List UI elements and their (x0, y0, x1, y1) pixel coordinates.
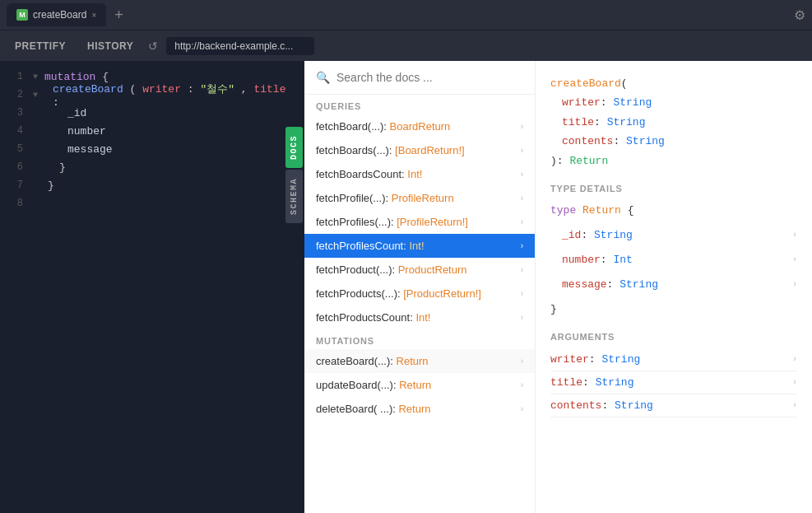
doc-item-label: fetchProfiles(...): [ProfileReturn!] (316, 216, 468, 228)
fold-arrow[interactable]: ▼ (33, 91, 41, 100)
doc-item-label: updateBoard(...): Return (316, 379, 431, 391)
doc-item-fetchboardscount[interactable]: fetchBoardsCount: Int! › (304, 162, 535, 186)
chevron-right-icon: › (521, 404, 523, 413)
doc-item-label: fetchBoard(...): BoardReturn (316, 120, 450, 133)
line-number: 4 (7, 125, 23, 137)
line-number: 1 (7, 71, 23, 82)
line-number: 6 (7, 161, 23, 173)
type-block: type Return { _id: String › number: Int … (550, 200, 797, 320)
chevron-right-icon: › (521, 217, 523, 226)
mutations-section-label: MUTATIONS (304, 329, 535, 349)
chevron-right-icon: › (521, 265, 523, 274)
doc-item-label: fetchProduct(...): ProductReturn (316, 263, 467, 276)
fold-arrow[interactable]: ▼ (33, 72, 41, 82)
fn-name-detail: createBoard (550, 77, 621, 90)
main-content: 1 ▼ mutation { 2 ▼ createBoard ( writer … (0, 61, 812, 513)
arg-row-contents[interactable]: contents: String › (550, 394, 797, 417)
docs-tab[interactable]: DOCS (285, 127, 303, 168)
doc-item-label: fetchProductsCount: Int! (316, 311, 430, 324)
chevron-right-icon: › (792, 401, 797, 410)
doc-item-fetchprofiles[interactable]: fetchProfiles(...): [ProfileReturn!] › (304, 210, 535, 234)
doc-item-label: fetchBoards(...): [BoardReturn!] (316, 144, 465, 156)
chevron-right-icon: › (521, 357, 523, 366)
details-panel: createBoard( writer: String title: Strin… (535, 61, 812, 513)
arg-row-writer[interactable]: writer: String › (550, 348, 797, 371)
queries-section-label: QUERIES (304, 95, 535, 114)
code-line-7: 7 } (0, 176, 304, 194)
doc-item-fetchproductscount[interactable]: fetchProductsCount: Int! › (304, 305, 535, 329)
doc-item-updateboard[interactable]: updateBoard(...): Return › (304, 373, 535, 397)
browser-chrome: M createBoard × + ⚙ (0, 0, 812, 30)
search-input[interactable] (336, 71, 523, 84)
chevron-right-icon: › (521, 241, 523, 250)
field-message: message (44, 143, 113, 156)
arg-row-title[interactable]: title: String › (550, 371, 797, 394)
doc-item-label: fetchBoardsCount: Int! (316, 168, 422, 180)
line-number: 7 (7, 180, 23, 191)
doc-item-fetchboard[interactable]: fetchBoard(...): BoardReturn › (304, 114, 535, 138)
prettify-button[interactable]: PRETTIFY (8, 37, 72, 55)
history-button[interactable]: HISTORY (81, 37, 140, 55)
chevron-right-icon: › (792, 378, 797, 387)
arg-field: writer (550, 353, 589, 366)
chevron-right-icon: › (792, 252, 797, 268)
chevron-right-icon: › (521, 313, 523, 322)
chevron-right-icon: › (792, 355, 797, 364)
chevron-right-icon: › (792, 227, 797, 244)
browser-tab[interactable]: M createBoard × (7, 3, 106, 26)
code-line-8: 8 (0, 194, 304, 212)
doc-item-createboard[interactable]: createBoard(...): Return › (304, 349, 535, 373)
tab-title: createBoard (33, 9, 86, 21)
doc-item-label: fetchProfile(...): ProfileReturn (316, 192, 454, 204)
arguments-label: ARGUMENTS (550, 332, 797, 342)
code-line-3: 3 _id (0, 104, 304, 122)
doc-item-fetchproducts[interactable]: fetchProducts(...): [ProductReturn!] › (304, 282, 535, 305)
code-line-2: 2 ▼ createBoard ( writer : "철수" , title … (0, 86, 304, 104)
schema-tab[interactable]: SCHEMA (285, 170, 303, 223)
code-line-5: 5 message (0, 140, 304, 158)
code-line-6: 6 } (0, 158, 304, 176)
doc-item-deleteboard[interactable]: deleteBoard( ...): Return › (304, 397, 535, 421)
chevron-right-icon: › (521, 146, 523, 155)
arg-type: String (615, 399, 653, 412)
tab-favicon: M (16, 9, 28, 21)
field-id: _id (44, 107, 86, 119)
chevron-right-icon: › (521, 122, 523, 131)
chevron-right-icon: › (521, 380, 523, 389)
chevron-right-icon: › (521, 194, 523, 203)
code-line-4: 4 number (0, 122, 304, 140)
editor-panel: 1 ▼ mutation { 2 ▼ createBoard ( writer … (0, 61, 304, 513)
doc-list: QUERIES fetchBoard(...): BoardReturn › f… (304, 95, 535, 513)
doc-item-label: fetchProducts(...): [ProductReturn!] (316, 287, 481, 300)
chevron-right-icon: › (521, 289, 523, 298)
side-tabs: DOCS SCHEMA (283, 61, 304, 513)
line-number: 8 (7, 198, 23, 209)
line-number: 2 (7, 89, 23, 100)
docs-panel: 🔍 QUERIES fetchBoard(...): BoardReturn ›… (304, 61, 535, 513)
doc-item-fetchprofile[interactable]: fetchProfile(...): ProfileReturn › (304, 186, 535, 210)
arg-type: String (596, 376, 634, 389)
url-bar[interactable] (166, 37, 314, 55)
search-bar: 🔍 (304, 61, 535, 95)
doc-item-label: deleteBoard( ...): Return (316, 403, 430, 415)
arg-field: title (550, 376, 582, 389)
doc-item-fetchboards[interactable]: fetchBoards(...): [BoardReturn!] › (304, 138, 535, 162)
type-details-label: TYPE DETAILS (550, 184, 797, 194)
toolbar: PRETTIFY HISTORY ↺ (0, 30, 812, 61)
tab-close-icon[interactable]: × (91, 11, 96, 20)
field-number: number (44, 125, 106, 138)
doc-item-label: fetchProfilesCount: Int! (316, 240, 425, 252)
code-editor: 1 ▼ mutation { 2 ▼ createBoard ( writer … (0, 61, 304, 219)
chevron-right-icon: › (792, 277, 797, 293)
gear-icon[interactable]: ⚙ (794, 7, 805, 23)
doc-item-fetchproduct[interactable]: fetchProduct(...): ProductReturn › (304, 258, 535, 282)
new-tab-button[interactable]: + (109, 7, 128, 24)
fn-name: createBoard (53, 83, 123, 96)
arg-field: contents (550, 399, 601, 412)
doc-item-fetchprofilescount[interactable]: fetchProfilesCount: Int! › (304, 234, 535, 258)
chevron-right-icon: › (521, 170, 523, 179)
line-number: 5 (7, 143, 23, 155)
arg-type: String (601, 353, 640, 366)
refresh-icon[interactable]: ↺ (148, 40, 158, 53)
search-icon: 🔍 (316, 71, 330, 84)
